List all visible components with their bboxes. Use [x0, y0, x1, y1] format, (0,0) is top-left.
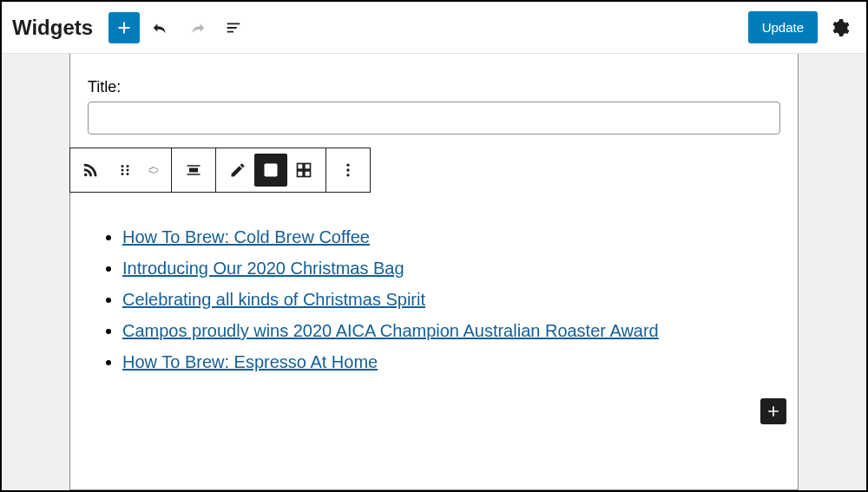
plus-icon	[115, 18, 134, 37]
svg-rect-11	[298, 164, 304, 170]
svg-rect-6	[265, 164, 278, 177]
add-block-button[interactable]	[108, 12, 140, 43]
edit-url-button[interactable]	[221, 154, 254, 187]
more-options-button[interactable]	[332, 154, 365, 187]
title-label: Title:	[88, 78, 780, 96]
block-toolbar: ︿ ﹀	[69, 148, 371, 193]
align-icon	[185, 161, 202, 179]
block-mover[interactable]: ︿ ﹀	[141, 153, 166, 187]
page-title: Widgets	[12, 16, 93, 40]
svg-point-15	[346, 164, 349, 167]
kebab-icon	[339, 161, 357, 179]
rss-link[interactable]: Campos proudly wins 2020 AICA Champion A…	[122, 321, 659, 340]
plus-icon	[765, 403, 782, 420]
undo-button[interactable]	[145, 12, 176, 43]
drag-icon	[117, 162, 133, 178]
widget-area: Title: How To Brew: Cold Brew Coffee Int…	[69, 54, 799, 490]
align-group	[172, 148, 216, 192]
redo-icon	[187, 18, 207, 37]
rss-link[interactable]: Celebrating all kinds of Christmas Spiri…	[122, 290, 425, 309]
svg-point-5	[127, 173, 129, 175]
list-bullets-icon	[262, 161, 279, 179]
gear-icon	[830, 17, 851, 38]
add-block-fab[interactable]	[760, 398, 786, 424]
list-item: Campos proudly wins 2020 AICA Champion A…	[122, 315, 780, 346]
title-input[interactable]	[88, 102, 780, 134]
rss-link[interactable]: How To Brew: Cold Brew Coffee	[122, 227, 370, 246]
list-view-button[interactable]	[218, 12, 249, 43]
svg-rect-14	[305, 171, 311, 177]
svg-rect-8	[270, 167, 276, 168]
rss-icon	[82, 161, 102, 180]
svg-rect-12	[305, 164, 311, 170]
update-button[interactable]: Update	[748, 11, 818, 43]
svg-rect-9	[266, 172, 269, 174]
svg-rect-10	[270, 173, 276, 174]
editor-canvas-wrap: Title: How To Brew: Cold Brew Coffee Int…	[2, 54, 866, 490]
redo-button[interactable]	[181, 12, 213, 43]
drag-handle[interactable]	[108, 154, 141, 187]
list-view-icon	[224, 18, 243, 37]
list-view-style-button[interactable]	[254, 154, 287, 187]
grid-view-style-button[interactable]	[287, 154, 320, 187]
chevron-down-icon: ﹀	[148, 170, 160, 177]
rss-link[interactable]: Introducing Our 2020 Christmas Bag	[122, 259, 404, 278]
undo-icon	[151, 18, 170, 37]
align-button[interactable]	[177, 154, 210, 187]
svg-rect-7	[266, 167, 269, 169]
style-group	[216, 148, 326, 192]
list-item: Introducing Our 2020 Christmas Bag	[122, 253, 780, 284]
svg-point-17	[346, 174, 349, 176]
svg-rect-13	[298, 171, 304, 177]
list-item: How To Brew: Cold Brew Coffee	[122, 221, 780, 253]
rss-link[interactable]: How To Brew: Espresso At Home	[122, 352, 378, 371]
settings-button[interactable]	[825, 12, 856, 43]
more-group	[326, 148, 370, 192]
list-item: Celebrating all kinds of Christmas Spiri…	[122, 284, 780, 315]
list-item: How To Brew: Espresso At Home	[122, 346, 780, 377]
svg-point-2	[122, 169, 124, 172]
svg-point-1	[127, 165, 129, 167]
svg-point-3	[127, 169, 129, 172]
grid-icon	[295, 161, 312, 179]
pencil-icon	[229, 161, 247, 179]
editor-topbar: Widgets Update	[2, 2, 866, 54]
rss-post-list: How To Brew: Cold Brew Coffee Introducin…	[105, 221, 780, 377]
block-type-group: ︿ ﹀	[70, 148, 172, 192]
svg-point-16	[346, 168, 349, 171]
svg-point-4	[122, 173, 124, 175]
block-type-button[interactable]	[76, 154, 108, 187]
svg-point-0	[122, 165, 124, 167]
